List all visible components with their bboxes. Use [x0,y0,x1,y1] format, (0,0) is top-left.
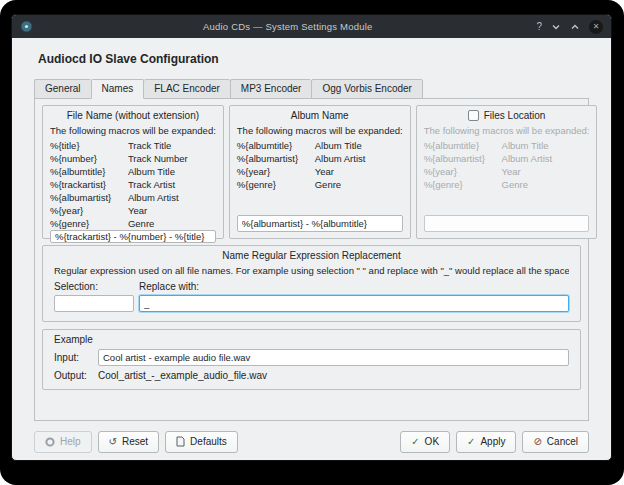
reset-icon: ↺ [109,437,117,447]
macro-name: %{genre} [424,178,502,191]
macro-row: %{year} Year [50,204,216,217]
screenshot-background: Audio CDs — System Settings Module ? ✕ A… [0,0,624,485]
files-location-label: Files Location [484,110,546,121]
regex-replacement-group: Name Regular Expression Replacement Regu… [42,245,581,322]
tab-general[interactable]: General [34,79,91,99]
macro-name: %{albumtitle} [50,165,128,178]
macro-desc: Genre [315,178,403,191]
example-input[interactable] [98,349,569,366]
macro-row: %{albumtitle} Album Title [424,139,590,152]
macro-groups-row: File Name (without extension) The follow… [42,105,581,239]
example-group: Example Input: Output: Cool_artist_-_exa… [42,329,581,390]
titlebar[interactable]: Audio CDs — System Settings Module ? ✕ [12,15,611,38]
apply-icon: ✓ [467,437,475,447]
macro-name: %{genre} [50,217,128,230]
file-name-pattern-input[interactable] [50,230,216,243]
macro-row: %{albumtitle} Album Title [237,139,403,152]
audio-cd-icon [20,20,33,33]
macro-desc: Album Artist [128,191,216,204]
macro-desc: Genre [502,178,590,191]
macro-row: %{number} Track Number [50,152,216,165]
file-name-group: File Name (without extension) The follow… [42,105,224,239]
apply-button-label: Apply [480,436,505,447]
files-location-pattern-input[interactable] [424,215,590,232]
macro-name: %{genre} [237,178,315,191]
example-input-row: Input: [54,349,569,366]
tab-names[interactable]: Names [91,79,145,99]
macro-row: %{albumartist} Album Artist [237,152,403,165]
tab-mp3-encoder[interactable]: MP3 Encoder [230,79,312,99]
window-title: Audio CDs — System Settings Module [39,21,536,32]
apply-button[interactable]: ✓ Apply [456,431,516,453]
macro-desc: Track Title [128,139,216,152]
macro-row: %{genre} Genre [237,178,403,191]
files-location-checkbox[interactable] [468,110,479,121]
help-icon [45,437,55,447]
replace-with-input[interactable] [139,295,569,312]
page-title: Audiocd IO Slave Configuration [38,52,587,66]
example-output-row: Output: Cool_artist_-_example_audio_file… [54,370,569,381]
ok-button[interactable]: ✓ OK [400,431,450,453]
macro-desc: Album Title [502,139,590,152]
macro-desc: Track Number [128,152,216,165]
example-output-label: Output: [54,370,98,381]
album-name-group-title: Album Name [237,110,403,121]
macro-row: %{albumartist} Album Artist [50,191,216,204]
reset-button[interactable]: ↺ Reset [98,431,160,453]
macro-name: %{albumtitle} [237,139,315,152]
ok-button-label: OK [425,436,439,447]
replace-with-field: Replace with: [139,281,569,312]
cancel-button[interactable]: ⊘ Cancel [522,431,589,453]
regex-description: Regular expression used on all file name… [54,265,569,276]
selection-input[interactable] [54,295,134,312]
macro-name: %{year} [50,204,128,217]
macro-row: %{trackartist} Track Artist [50,178,216,191]
cancel-button-label: Cancel [547,436,578,447]
example-input-label: Input: [54,352,98,363]
macro-name: %{albumartist} [424,152,502,165]
settings-window: Audio CDs — System Settings Module ? ✕ A… [11,14,612,461]
cancel-icon: ⊘ [533,437,541,447]
reset-button-label: Reset [122,436,148,447]
macro-row: %{albumartist} Album Artist [424,152,590,165]
close-icon[interactable]: ✕ [589,20,603,34]
example-output-value: Cool_artist_-_example_audio_file.wav [98,370,267,381]
help-button-label: Help [60,436,81,447]
macros-intro: The following macros will be expanded: [50,125,216,136]
files-location-group: Files Location The following macros will… [416,105,598,239]
selection-label: Selection: [54,281,134,292]
macros-intro: The following macros will be expanded: [424,125,590,136]
minimize-icon[interactable] [551,22,561,32]
macro-desc: Album Artist [315,152,403,165]
macro-name: %{number} [50,152,128,165]
tab-content-frame: File Name (without extension) The follow… [34,98,589,421]
macro-desc: Album Title [315,139,403,152]
defaults-button-label: Defaults [190,436,227,447]
macro-name: %{trackartist} [50,178,128,191]
macro-desc: Genre [128,217,216,230]
macro-desc: Year [315,165,403,178]
album-name-pattern-input[interactable] [237,215,403,232]
macro-name: %{albumartist} [237,152,315,165]
macro-desc: Track Artist [128,178,216,191]
tab-bar: General Names FLAC Encoder MP3 Encoder O… [34,79,589,99]
tab-ogg-vorbis-encoder[interactable]: Ogg Vorbis Encoder [311,79,423,99]
defaults-button[interactable]: Defaults [165,431,238,453]
example-group-title: Example [54,334,569,345]
help-button[interactable]: Help [34,431,92,453]
macro-name: %{year} [237,165,315,178]
album-name-group: Album Name The following macros will be … [229,105,411,239]
selection-field: Selection: [54,281,134,312]
titlebar-help-button[interactable]: ? [536,21,542,32]
regex-group-title: Name Regular Expression Replacement [54,250,569,261]
macro-desc: Year [128,204,216,217]
window-body: Audiocd IO Slave Configuration General N… [12,38,611,461]
macro-name: %{albumartist} [50,191,128,204]
tab-flac-encoder[interactable]: FLAC Encoder [144,79,230,99]
macro-name: %{year} [424,165,502,178]
macro-row: %{genre} Genre [50,217,216,230]
regex-fields-row: Selection: Replace with: [54,281,569,312]
files-location-group-title: Files Location [424,110,590,121]
macro-name: %{albumtitle} [424,139,502,152]
maximize-icon[interactable] [570,22,580,32]
